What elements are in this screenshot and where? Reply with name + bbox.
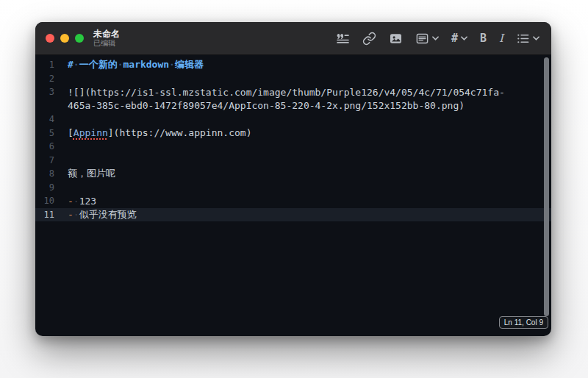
italic-icon: I [499,32,503,45]
editor-line[interactable]: 11-·似乎没有预览 [35,208,551,222]
link-icon [362,32,376,46]
bold-button[interactable]: B [480,32,487,45]
editor-line[interactable]: 9 [35,181,551,195]
cursor-position-badge: Ln 11, Col 9 [499,316,548,329]
markdown-editor-window: 未命名 已编辑 [35,22,551,336]
minimize-button[interactable] [60,34,69,43]
line-number: 11 [35,210,54,220]
line-number: 6 [35,141,54,151]
editor-line[interactable]: 4 [35,113,551,126]
blockquote-icon [336,32,350,46]
editor-line[interactable]: 2 [35,72,551,86]
image-icon [389,32,403,46]
line-number: 1 [35,60,54,70]
editor-line[interactable]: 465a-385c-ebd0-1472f89057e4/AppIcon-85-2… [35,99,551,113]
editor-line[interactable]: 1#·一个新的·markdown·编辑器 [35,58,551,72]
line-content: -·似乎没有预览 [68,208,137,221]
titlebar[interactable]: 未命名 已编辑 [35,22,551,55]
line-number: 9 [35,182,54,193]
insert-block-menu-button[interactable] [415,32,439,46]
line-number: 2 [35,74,54,84]
line-content: 额，图片呢 [68,167,115,180]
insert-image-button[interactable] [389,32,403,46]
editor-line[interactable]: 3![](https://is1-ssl.mzstatic.com/image/… [35,85,551,99]
editor-line[interactable]: 10-·123 [35,194,551,208]
vertical-scrollbar[interactable] [544,57,549,316]
line-content: [Appinn](https://www.appinn.com) [68,127,251,138]
line-number: 10 [35,196,54,206]
line-content: ![](https://is1-ssl.mzstatic.com/image/t… [68,87,505,98]
line-number: 3 [35,87,54,97]
chevron-down-icon [533,36,539,40]
link-button[interactable] [362,32,376,46]
traffic-lights [35,34,84,43]
list-menu-button[interactable] [516,32,539,46]
zoom-button[interactable] [75,34,84,43]
blockquote-button[interactable] [336,32,350,46]
line-content: 465a-385c-ebd0-1472f89057e4/AppIcon-85-2… [68,100,465,111]
heading-icon: # [451,32,458,45]
heading-menu-button[interactable]: # [451,32,467,45]
title-block: 未命名 已编辑 [93,29,120,48]
editor-line[interactable]: 8额，图片呢 [35,167,551,181]
line-content: #·一个新的·markdown·编辑器 [68,58,204,71]
insert-block-icon [415,32,429,46]
line-content: -·123 [68,196,96,207]
editor-lines: 1#·一个新的·markdown·编辑器23![](https://is1-ss… [35,58,551,221]
desktop-background: 未命名 已编辑 [0,0,588,378]
editor-line[interactable]: 7 [35,154,551,168]
window-title: 未命名 [93,29,120,39]
toolbar: # B I [336,32,551,46]
bold-icon: B [480,32,487,45]
editor-line[interactable]: 6 [35,140,551,154]
chevron-down-icon [432,36,439,40]
list-icon [516,32,530,46]
editor-area[interactable]: 1#·一个新的·markdown·编辑器23![](https://is1-ss… [35,55,551,335]
window-edited-status: 已编辑 [93,39,120,48]
close-button[interactable] [46,34,54,43]
line-number: 5 [35,128,54,138]
italic-button[interactable]: I [499,32,503,45]
editor-line[interactable]: 5[Appinn](https://www.appinn.com) [35,126,551,140]
chevron-down-icon [461,36,467,40]
line-number: 4 [35,114,54,124]
line-number: 8 [35,168,54,179]
line-number: 7 [35,155,54,165]
